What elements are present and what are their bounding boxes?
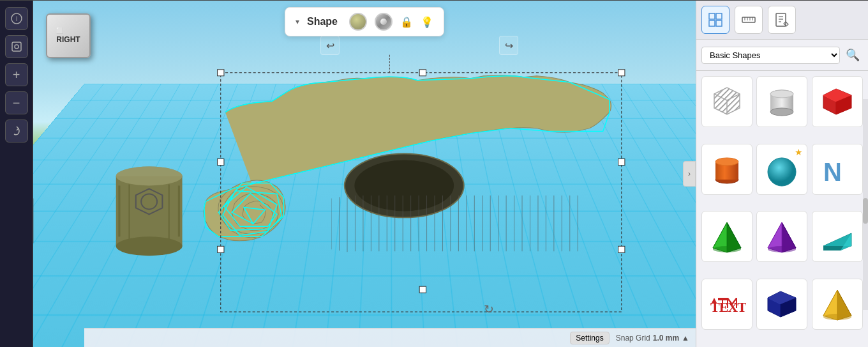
svg-point-83 — [768, 246, 796, 252]
select-button[interactable] — [5, 35, 28, 58]
star-badge: ★ — [795, 147, 803, 157]
right-panel: Basic Shapes Letters Math Text 🔍 — [696, 1, 868, 347]
notes-panel-button[interactable] — [768, 6, 796, 34]
shape-item-striped-box[interactable] — [701, 76, 752, 127]
shapes-header: Basic Shapes Letters Math Text 🔍 — [696, 40, 868, 71]
svg-text:i: i — [15, 15, 17, 22]
svg-rect-2 — [12, 42, 21, 51]
handle-mr[interactable] — [618, 159, 625, 166]
ruler-panel-button[interactable] — [735, 6, 763, 34]
settings-button[interactable]: Settings — [570, 332, 609, 344]
svg-point-70 — [770, 90, 793, 98]
shape-item-red-box[interactable] — [812, 76, 863, 127]
handle-tr[interactable] — [618, 70, 625, 76]
handle-ml[interactable] — [218, 159, 224, 166]
svg-rect-5 — [116, 176, 183, 246]
svg-rect-52 — [709, 20, 715, 26]
shape-item-text-red[interactable]: ТEXT — [701, 279, 752, 330]
shape-item-pyramid-yellow[interactable] — [812, 279, 863, 330]
shapes-category-select[interactable]: Basic Shapes Letters Math Text — [701, 47, 840, 64]
shape-item-cone-purple[interactable] — [756, 211, 807, 262]
svg-text:N: N — [823, 158, 842, 186]
snap-grid-label: Snap Grid — [616, 334, 650, 343]
svg-rect-51 — [716, 13, 722, 19]
grid-panel-button[interactable] — [701, 6, 730, 34]
plus-icon: + — [13, 68, 20, 81]
panel-icons-row — [696, 1, 868, 40]
status-bar: Settings Snap Grid 1.0 mm ▲ — [84, 328, 696, 347]
svg-rect-53 — [716, 20, 722, 26]
shape-item-text-n[interactable]: N — [812, 144, 863, 195]
shape-item-sphere-teal[interactable]: ★ — [756, 144, 807, 195]
shape-item-pyramid-green[interactable] — [701, 211, 752, 262]
svg-point-6 — [116, 236, 183, 256]
handle-bc[interactable] — [419, 286, 426, 293]
svg-point-88 — [823, 314, 851, 320]
svg-point-3 — [15, 45, 19, 49]
handle-br[interactable] — [618, 246, 625, 252]
svg-point-69 — [770, 108, 793, 116]
svg-point-73 — [715, 158, 738, 166]
zoom-out-button[interactable]: − — [5, 91, 28, 114]
snap-grid-value: 1.0 mm — [653, 334, 679, 343]
left-toolbar: i + − — [0, 1, 33, 347]
shape-item-wedge-teal[interactable] — [812, 211, 863, 262]
handle-bl[interactable] — [218, 246, 224, 252]
handle-tl[interactable] — [218, 70, 224, 76]
svg-rect-54 — [742, 17, 755, 22]
svg-point-79 — [713, 246, 741, 252]
snap-grid-info: Snap Grid 1.0 mm ▲ — [616, 334, 689, 343]
handle-tc[interactable] — [419, 70, 426, 76]
svg-point-9 — [116, 167, 183, 186]
shape-item-cylinder-orange[interactable] — [701, 144, 752, 195]
zoom-in-button[interactable]: + — [5, 63, 28, 86]
main-area: i + − ⬜ — [0, 1, 868, 347]
search-shapes-button[interactable]: 🔍 — [842, 45, 863, 65]
rotate-view-button[interactable] — [5, 120, 28, 143]
info-button[interactable]: i — [5, 7, 28, 30]
snap-up-icon[interactable]: ▲ — [682, 334, 689, 343]
shape-item-box-blue[interactable] — [756, 279, 807, 330]
svg-point-74 — [768, 158, 796, 186]
socket-object[interactable] — [116, 167, 183, 256]
panel-collapse-button[interactable]: › — [683, 161, 696, 187]
shapes-scrollbar-thumb[interactable] — [863, 198, 868, 224]
svg-rect-50 — [709, 13, 715, 19]
svg-point-15 — [354, 160, 454, 212]
rotation-handle[interactable]: ↻ — [484, 302, 493, 316]
minus-icon: − — [13, 96, 20, 109]
shape-item-cylinder-gray[interactable] — [756, 76, 807, 127]
3d-scene: {Array.from({length:15}, (_,i) => `` ).j… — [33, 1, 696, 347]
shapes-grid: ★ N — [696, 71, 868, 347]
shapes-scrollbar-track[interactable] — [863, 99, 868, 310]
viewport[interactable]: ⬜ RIGHT ↩ ▲ ↪ ▾ Shape 🔒 💡 — [33, 1, 696, 347]
